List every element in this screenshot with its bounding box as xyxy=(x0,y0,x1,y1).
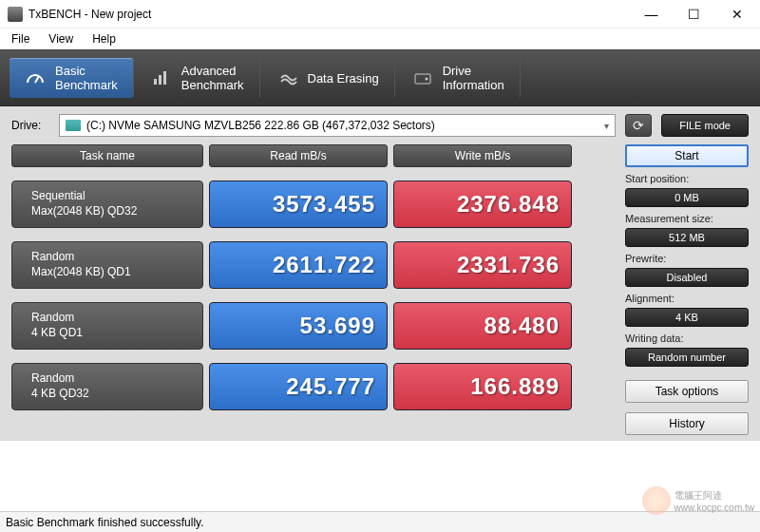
task-random-4kb-qd1[interactable]: Random4 KB QD1 xyxy=(11,302,203,350)
menubar: File View Help xyxy=(0,28,760,49)
start-position-value[interactable]: 0 MB xyxy=(625,188,749,207)
watermark-icon xyxy=(642,486,671,515)
tab-advanced-benchmark[interactable]: AdvancedBenchmark xyxy=(136,58,260,98)
read-value: 2611.722 xyxy=(209,241,388,289)
chevron-down-icon: ▾ xyxy=(604,121,609,131)
svg-point-5 xyxy=(425,78,428,81)
tab-drive-information[interactable]: DriveInformation xyxy=(397,58,521,98)
menu-file[interactable]: File xyxy=(4,30,37,48)
write-value: 2376.848 xyxy=(393,180,572,228)
watermark: 電腦王阿達 www.kocpc.com.tw xyxy=(642,486,754,515)
task-sequential-qd32[interactable]: SequentialMax(2048 KB) QD32 xyxy=(11,180,203,228)
measurement-size-label: Measurement size: xyxy=(625,213,749,224)
window-title: TxBENCH - New project xyxy=(28,8,630,21)
svg-rect-1 xyxy=(154,79,157,85)
table-row: Random4 KB QD1 53.699 88.480 xyxy=(11,302,614,350)
start-button[interactable]: Start xyxy=(625,144,749,167)
titlebar: TxBENCH - New project — ☐ ✕ xyxy=(0,0,760,28)
tab-basic-benchmark[interactable]: BasicBenchmark xyxy=(10,58,134,98)
task-random-max-qd1[interactable]: RandomMax(2048 KB) QD1 xyxy=(11,241,203,289)
read-value: 245.777 xyxy=(209,363,388,410)
results-table: Task name Read mB/s Write mB/s Sequentia… xyxy=(11,144,614,435)
measurement-size-value[interactable]: 512 MB xyxy=(625,228,749,247)
prewrite-label: Prewrite: xyxy=(625,253,749,264)
read-value: 3573.455 xyxy=(209,180,388,228)
task-options-button[interactable]: Task options xyxy=(625,380,749,403)
close-button[interactable]: ✕ xyxy=(715,1,758,28)
svg-rect-4 xyxy=(415,74,430,84)
write-value: 2331.736 xyxy=(393,241,572,289)
drive-label: Drive: xyxy=(11,119,49,132)
drive-icon xyxy=(412,67,433,88)
menu-view[interactable]: View xyxy=(41,30,81,48)
table-row: RandomMax(2048 KB) QD1 2611.722 2331.736 xyxy=(11,241,614,289)
tab-data-erasing[interactable]: Data Erasing xyxy=(262,58,395,98)
start-position-label: Start position: xyxy=(625,173,749,184)
maximize-button[interactable]: ☐ xyxy=(673,1,715,28)
header-write: Write mB/s xyxy=(393,144,572,167)
write-value: 88.480 xyxy=(393,302,572,350)
read-value: 53.699 xyxy=(209,302,388,350)
history-button[interactable]: History xyxy=(625,412,749,435)
alignment-value[interactable]: 4 KB xyxy=(625,308,749,327)
sidebar: Start Start position: 0 MB Measurement s… xyxy=(625,144,749,435)
disk-icon xyxy=(66,120,81,131)
task-random-4kb-qd32[interactable]: Random4 KB QD32 xyxy=(11,363,203,410)
header-task: Task name xyxy=(11,144,203,167)
svg-line-0 xyxy=(35,76,39,83)
minimize-button[interactable]: — xyxy=(630,1,673,28)
alignment-label: Alignment: xyxy=(625,293,749,304)
main-tabs: BasicBenchmark AdvancedBenchmark Data Er… xyxy=(0,49,760,106)
table-row: Random4 KB QD32 245.777 166.889 xyxy=(11,363,614,410)
gauge-icon xyxy=(25,67,46,88)
drive-value: (C:) NVMe SAMSUNG MZVLB256 222.86 GB (46… xyxy=(86,119,435,132)
app-icon xyxy=(8,7,23,22)
writing-data-label: Writing data: xyxy=(625,332,749,344)
svg-rect-2 xyxy=(159,75,162,85)
status-text: Basic Benchmark finished successfully. xyxy=(6,516,204,529)
file-mode-button[interactable]: FILE mode xyxy=(661,114,749,137)
menu-help[interactable]: Help xyxy=(85,30,124,48)
bars-icon xyxy=(151,67,172,88)
write-value: 166.889 xyxy=(393,363,572,410)
writing-data-value[interactable]: Random number xyxy=(625,348,749,367)
table-row: SequentialMax(2048 KB) QD32 3573.455 237… xyxy=(11,180,614,228)
drive-row: Drive: (C:) NVMe SAMSUNG MZVLB256 222.86… xyxy=(0,106,760,144)
refresh-icon: ⟳ xyxy=(633,118,644,133)
svg-rect-3 xyxy=(163,71,166,85)
header-read: Read mB/s xyxy=(209,144,388,167)
reload-button[interactable]: ⟳ xyxy=(625,114,652,137)
erase-icon xyxy=(277,67,298,88)
prewrite-value[interactable]: Disabled xyxy=(625,268,749,287)
drive-select[interactable]: (C:) NVMe SAMSUNG MZVLB256 222.86 GB (46… xyxy=(59,114,616,137)
